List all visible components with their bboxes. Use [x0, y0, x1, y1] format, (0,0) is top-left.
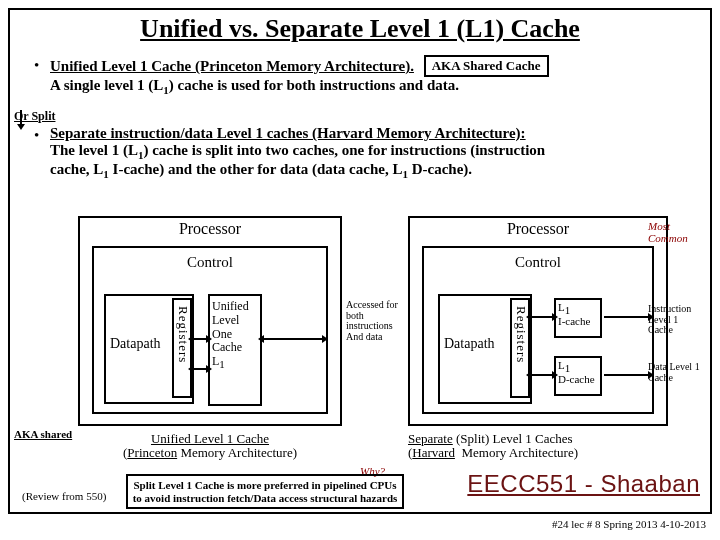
processor-label-left: Processor — [80, 220, 340, 238]
bullet2-b: ) cache is split into two caches, one fo… — [143, 142, 545, 158]
processor-label-right: Processor — [410, 220, 666, 238]
arrow-orsplit — [20, 110, 22, 124]
aka-shared-label: AKA shared — [14, 428, 72, 440]
inner-box-right: Control Datapath Registers L1I-cache L1D… — [422, 246, 654, 414]
diagram-separate: Processor Control Datapath Registers L1I… — [408, 216, 668, 426]
data-cache-note: Data Level 1 Cache — [648, 362, 702, 383]
slide-frame: Unified vs. Separate Level 1 (L1) Cache … — [8, 8, 712, 514]
datapath-label-left: Datapath — [110, 336, 161, 352]
registers-box-left: Registers — [172, 298, 192, 398]
datapath-label-right: Datapath — [444, 336, 495, 352]
bus-line-right3 — [604, 316, 648, 318]
bullet2-d: I-cache) and the other for data (data ca… — [109, 161, 403, 177]
caption-unified: Unified Level 1 Cache (Princeton Memory … — [80, 432, 340, 461]
l1-icache-box: L1I-cache — [554, 298, 602, 338]
control-label-right: Control — [424, 254, 652, 271]
caption-separate: Separate (Split) Level 1 Caches (Harvard… — [408, 432, 668, 461]
accessed-note: Accessed for both instructions And data — [346, 300, 402, 342]
footer-line: #24 lec # 8 Spring 2013 4-10-2013 — [0, 518, 720, 530]
bus-line-right1 — [532, 316, 552, 318]
bullet2-lead: Separate instruction/data Level 1 caches… — [50, 125, 526, 141]
unified-cache-box: Unified Level One Cache L1 — [208, 294, 262, 406]
bus-line-right4 — [604, 374, 648, 376]
bus-line-right2 — [532, 374, 552, 376]
bullet1-rest-a: A single level 1 (L — [50, 77, 163, 93]
bullet-dot: • — [34, 57, 39, 74]
most-common-note: Most Common — [648, 220, 700, 244]
review-note: (Review from 550) — [22, 490, 106, 502]
split-preferred-note: Split Level 1 Cache is more preferred in… — [126, 474, 404, 509]
bullet2-a: The level 1 (L — [50, 142, 138, 158]
control-label-left: Control — [94, 254, 326, 271]
slide-title: Unified vs. Separate Level 1 (L1) Cache — [24, 14, 696, 44]
bus-line-left1 — [194, 338, 206, 340]
bullet1-lead: Unified Level 1 Cache (Princeton Memory … — [50, 58, 414, 74]
bullet2-e: D-cache). — [408, 161, 472, 177]
bus-line-left2 — [194, 368, 206, 370]
diagram-unified: Processor Control Datapath Registers Uni… — [78, 216, 342, 426]
bullet-unified: • Unified Level 1 Cache (Princeton Memor… — [50, 55, 696, 96]
l1-dcache-box: L1D-cache — [554, 356, 602, 396]
bullet-separate: • Separate instruction/data Level 1 cach… — [50, 125, 696, 180]
inner-box-left: Control Datapath Registers Unified Level… — [92, 246, 328, 414]
bus-line-left3 — [264, 338, 322, 340]
instruction-cache-note: Instruction Level 1 Cache — [648, 304, 702, 336]
bullet1-rest-b: ) cache is used for both instructions an… — [169, 77, 459, 93]
aka-shared-box: AKA Shared Cache — [424, 55, 549, 77]
bullet2-c: cache, L — [50, 161, 103, 177]
course-banner: EECC551 - Shaaban — [467, 470, 700, 498]
bullet-dot2: • — [34, 127, 39, 144]
